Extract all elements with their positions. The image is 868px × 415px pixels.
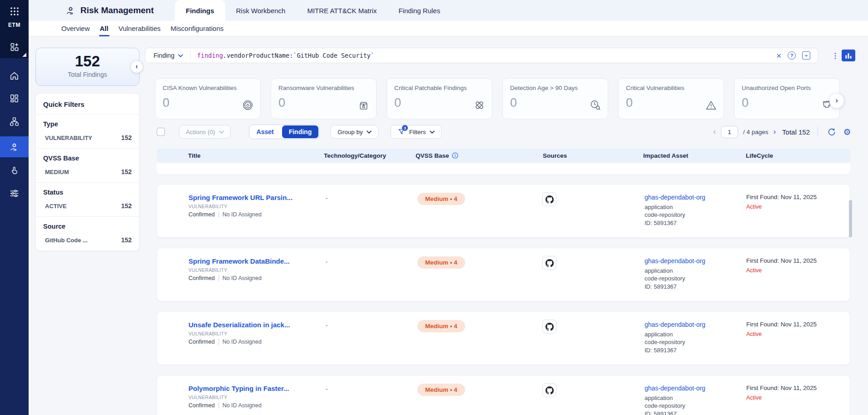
asset-id: ID: 5891367 bbox=[645, 283, 705, 291]
select-all-checkbox[interactable] bbox=[157, 128, 165, 136]
severity-cell: Medium • 4 bbox=[417, 320, 465, 332]
sidebar-item-risk-management[interactable] bbox=[0, 136, 29, 157]
filter-count: 152 bbox=[121, 134, 132, 141]
asset-id: ID: 5891367 bbox=[645, 219, 705, 227]
app-grid-icon[interactable] bbox=[10, 6, 20, 16]
subtab-all[interactable]: All bbox=[99, 21, 109, 36]
settings-gear-icon[interactable]: ⚙ bbox=[842, 126, 853, 137]
card-detection-age[interactable]: Detection Age > 90 Days 0 bbox=[502, 78, 608, 119]
subtab-misconfigurations[interactable]: Misconfigurations bbox=[170, 21, 225, 36]
severity-badge: Medium • 4 bbox=[417, 193, 465, 205]
sidebar-item-response[interactable] bbox=[0, 161, 29, 179]
finding-title-link[interactable]: Spring Framework URL Parsin... bbox=[188, 194, 293, 201]
finding-status: Confirmed bbox=[188, 275, 215, 281]
asset-subkind: code-repository bbox=[645, 402, 705, 410]
github-source-icon[interactable] bbox=[542, 383, 556, 397]
title-cell: Unsafe Deserialization in jack... VULNER… bbox=[188, 321, 290, 345]
filter-name: MEDIUM bbox=[45, 169, 69, 175]
impacted-asset-link[interactable]: ghas-dependabot-org bbox=[645, 321, 705, 329]
kebab-menu-icon[interactable]: ⋮ bbox=[831, 49, 840, 62]
clear-search-icon[interactable]: × bbox=[776, 51, 781, 60]
cards-next-button[interactable]: › bbox=[829, 94, 844, 108]
github-source-icon[interactable] bbox=[542, 320, 556, 334]
finding-row[interactable]: Spring Framework DataBinde... VULNERABIL… bbox=[157, 248, 850, 301]
sidebar-item-asset-inventory[interactable] bbox=[0, 112, 29, 130]
lifecycle-status: Active bbox=[746, 204, 817, 210]
card-unauthorized-open-ports[interactable]: Unauthorized Open Ports 0 bbox=[734, 78, 840, 119]
chart-view-toggle[interactable] bbox=[842, 50, 855, 61]
impacted-asset-link[interactable]: ghas-dependabot-org bbox=[645, 257, 705, 265]
finding-row[interactable]: Spring Framework URL Parsin... VULNERABI… bbox=[157, 184, 850, 238]
home-icon bbox=[9, 70, 20, 81]
sidebar-item-configuration[interactable] bbox=[0, 184, 29, 202]
filters-dropdown[interactable]: 3 Filters bbox=[391, 125, 441, 139]
table-header: Title Technology/Category QVSS Base Sour… bbox=[157, 149, 850, 162]
finding-title-link[interactable]: Polymorphic Typing in Faster... bbox=[188, 385, 289, 392]
sources-cell bbox=[542, 192, 556, 206]
finding-status-line: Confirmed No ID Assigned bbox=[188, 275, 290, 281]
tab-risk-workbench[interactable]: Risk Workbench bbox=[225, 0, 297, 21]
card-cisa-known-vulnerabilities[interactable]: CISA Known Vulnerabilities 0 bbox=[155, 78, 261, 119]
search-scope-dropdown[interactable]: Finding bbox=[145, 52, 190, 59]
sidebar-item-dashboards[interactable] bbox=[0, 89, 29, 107]
group-by-dropdown[interactable]: Group by bbox=[331, 125, 378, 139]
finding-toggle-button[interactable]: Finding bbox=[282, 125, 319, 138]
first-found-label: First Found: Nov 11, 2025 bbox=[746, 257, 817, 264]
lifecycle-status: Active bbox=[746, 267, 817, 274]
page-number-input[interactable]: 1 bbox=[721, 126, 738, 138]
column-lifecycle: LifeCycle bbox=[746, 149, 773, 162]
finding-row[interactable]: Polymorphic Typing in Faster... VULNERAB… bbox=[157, 375, 850, 415]
tab-finding-rules[interactable]: Finding Rules bbox=[388, 0, 451, 21]
findings-subnav: Overview All Vulnerabilities Misconfigur… bbox=[29, 21, 868, 36]
asset-subkind: code-repository bbox=[645, 275, 705, 283]
github-source-icon[interactable] bbox=[542, 256, 556, 270]
total-findings-label: Total Findings bbox=[36, 71, 139, 78]
query-keyword: finding bbox=[197, 52, 223, 59]
tab-findings[interactable]: Findings bbox=[175, 0, 225, 21]
asset-toggle-button[interactable]: Asset bbox=[249, 128, 281, 135]
vertical-scrollbar-thumb[interactable] bbox=[849, 200, 852, 237]
subtab-vulnerabilities[interactable]: Vulnerabilities bbox=[118, 21, 162, 36]
column-sources: Sources bbox=[543, 149, 567, 162]
filter-group-type: Type VULNERABILITY 152 bbox=[36, 115, 139, 149]
asset-kind: application bbox=[645, 203, 705, 211]
module-tabs: Findings Risk Workbench MITRE ATT&CK Mat… bbox=[175, 0, 451, 21]
previous-page-icon[interactable]: ‹ bbox=[713, 128, 716, 136]
title-cell: Spring Framework DataBinde... VULNERABIL… bbox=[188, 257, 290, 281]
query-help-icon[interactable]: ? bbox=[788, 51, 796, 60]
card-critical-patchable-findings[interactable]: Critical Patchable Findings 0 bbox=[387, 78, 492, 119]
filter-item-active[interactable]: ACTIVE 152 bbox=[43, 202, 132, 210]
finding-title-link[interactable]: Spring Framework DataBinde... bbox=[188, 257, 290, 265]
ransomware-lock-icon bbox=[357, 99, 370, 113]
impacted-asset-link[interactable]: ghas-dependabot-org bbox=[645, 194, 705, 202]
app-launcher[interactable]: ETM bbox=[0, 0, 29, 58]
impacted-asset-link[interactable]: ghas-dependabot-org bbox=[645, 385, 705, 393]
next-page-icon[interactable]: › bbox=[773, 128, 776, 136]
filter-item-vulnerability[interactable]: VULNERABILITY 152 bbox=[43, 134, 132, 141]
finding-row-partial[interactable] bbox=[157, 163, 850, 175]
filter-item-medium[interactable]: MEDIUM 152 bbox=[43, 168, 132, 175]
severity-cell: Medium • 4 bbox=[417, 256, 465, 269]
filter-item-github-code[interactable]: GitHub Code ... 152 bbox=[43, 236, 132, 244]
chevron-down-icon bbox=[430, 130, 435, 134]
collapse-panel-button[interactable]: ‹ bbox=[130, 60, 143, 73]
tab-mitre-attack-matrix[interactable]: MITRE ATT&CK Matrix bbox=[296, 0, 387, 21]
info-icon[interactable] bbox=[452, 152, 458, 159]
search-query-input[interactable]: finding.vendorProductName:`GitHub Code S… bbox=[191, 52, 776, 59]
add-widget-icon[interactable] bbox=[9, 42, 20, 52]
finding-row[interactable]: Unsafe Deserialization in jack... VULNER… bbox=[157, 311, 850, 365]
finding-title-link[interactable]: Unsafe Deserialization in jack... bbox=[188, 321, 290, 329]
divider bbox=[218, 339, 219, 345]
asset-finding-toggle: Asset Finding bbox=[249, 125, 320, 139]
card-ransomware-vulnerabilities[interactable]: Ransomware Vulnerabilities 0 bbox=[271, 78, 377, 119]
card-critical-vulnerabilities[interactable]: Critical Vulnerabilities 0 bbox=[618, 78, 724, 119]
save-query-icon[interactable]: + bbox=[802, 51, 810, 60]
finding-type-label: VULNERABILITY bbox=[188, 267, 290, 273]
actions-dropdown[interactable]: Actions (0) bbox=[179, 125, 231, 139]
refresh-icon[interactable] bbox=[826, 126, 837, 137]
sidebar-item-home[interactable] bbox=[0, 66, 29, 85]
subtab-overview[interactable]: Overview bbox=[60, 21, 91, 36]
title-cell: Polymorphic Typing in Faster... VULNERAB… bbox=[188, 385, 289, 409]
github-source-icon[interactable] bbox=[542, 192, 556, 206]
lifecycle-status: Active bbox=[746, 331, 817, 337]
